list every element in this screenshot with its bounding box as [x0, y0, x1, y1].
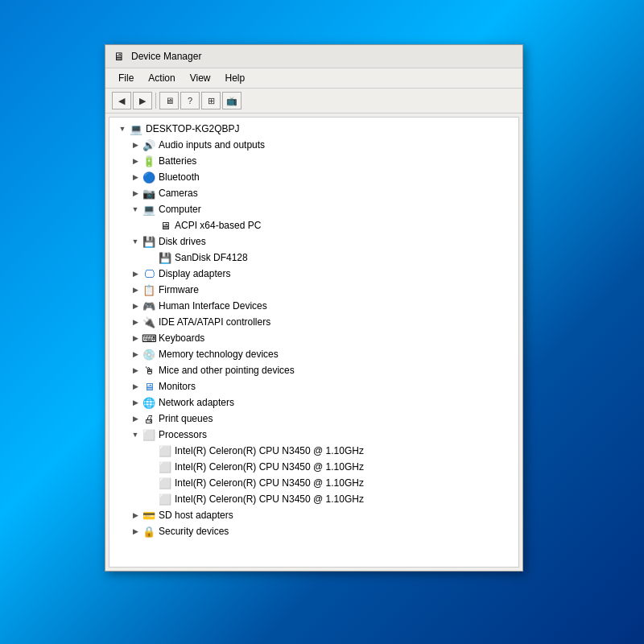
- sandisk-expander: ▶: [145, 251, 158, 264]
- tree-item-cpu-0[interactable]: ▶ ⬜ Intel(R) Celeron(R) CPU N3450 @ 1.10…: [109, 443, 518, 459]
- tree-item-memory[interactable]: ▶ 💿 Memory technology devices: [109, 346, 518, 362]
- mice-expander[interactable]: ▶: [129, 364, 142, 377]
- tree-item-sd[interactable]: ▶ 💳 SD host adapters: [109, 507, 518, 523]
- processors-expander[interactable]: ▼: [129, 428, 142, 441]
- batteries-expander[interactable]: ▶: [129, 155, 142, 167]
- computer-icon: 💻: [142, 203, 156, 216]
- ide-expander[interactable]: ▶: [129, 316, 142, 328]
- tree-item-sandisk[interactable]: ▶ 💾 SanDisk DF4128: [109, 250, 518, 266]
- acpi-expander: ▶: [145, 219, 158, 232]
- memory-expander[interactable]: ▶: [129, 348, 142, 361]
- keyboards-icon: ⌨: [142, 332, 156, 345]
- sd-label: SD host adapters: [159, 510, 233, 521]
- tree-item-cpu-2[interactable]: ▶ ⬜ Intel(R) Celeron(R) CPU N3450 @ 1.10…: [109, 475, 518, 491]
- cpu0-label: Intel(R) Celeron(R) CPU N3450 @ 1.10GHz: [175, 445, 364, 456]
- computer-expander[interactable]: ▼: [129, 203, 142, 216]
- tree-item-mice[interactable]: ▶ 🖱 Mice and other pointing devices: [109, 362, 518, 378]
- tree-item-acpi[interactable]: ▶ 🖥 ACPI x64-based PC: [109, 217, 518, 233]
- acpi-icon: 🖥: [158, 219, 172, 232]
- tree-item-cpu-3[interactable]: ▶ ⬜ Intel(R) Celeron(R) CPU N3450 @ 1.10…: [109, 491, 518, 507]
- keyboards-expander[interactable]: ▶: [129, 332, 142, 345]
- tree-item-display[interactable]: ▶ 🖵 Display adapters: [109, 266, 518, 282]
- tree-item-hid[interactable]: ▶ 🎮 Human Interface Devices: [109, 298, 518, 314]
- cpu2-expander: ▶: [145, 477, 158, 489]
- sandisk-icon: 💾: [158, 251, 172, 264]
- cameras-icon: 📷: [142, 187, 156, 200]
- ide-label: IDE ATA/ATAPI controllers: [159, 316, 270, 328]
- tree-item-monitors[interactable]: ▶ 🖥 Monitors: [109, 378, 518, 394]
- window-title: Device Manager: [131, 51, 201, 62]
- window-icon: 🖥: [114, 50, 125, 63]
- sd-icon: 💳: [142, 509, 156, 522]
- back-button[interactable]: ◀: [112, 92, 131, 109]
- display-expander[interactable]: ▶: [129, 267, 142, 280]
- forward-button[interactable]: ▶: [133, 92, 152, 109]
- disk-expander[interactable]: ▼: [129, 235, 142, 248]
- menu-view[interactable]: View: [184, 70, 217, 86]
- sd-expander[interactable]: ▶: [129, 509, 142, 522]
- hid-icon: 🎮: [142, 299, 156, 312]
- bluetooth-label: Bluetooth: [159, 171, 200, 183]
- network-label: Network adapters: [159, 397, 234, 408]
- root-expander[interactable]: ▼: [116, 122, 129, 135]
- hid-expander[interactable]: ▶: [129, 299, 142, 312]
- audio-label: Audio inputs and outputs: [159, 139, 265, 151]
- tree-item-keyboards[interactable]: ▶ ⌨ Keyboards: [109, 330, 518, 346]
- disk-label: Disk drives: [159, 236, 206, 247]
- help-icon-btn[interactable]: ?: [180, 92, 200, 109]
- root-label: DESKTOP-KG2QBPJ: [146, 123, 239, 134]
- tree-item-computer[interactable]: ▼ 💻 Computer: [109, 201, 518, 217]
- monitors-expander[interactable]: ▶: [129, 380, 142, 393]
- audio-expander[interactable]: ▶: [129, 138, 142, 151]
- grid-icon-btn[interactable]: ⊞: [201, 92, 221, 109]
- firmware-expander[interactable]: ▶: [129, 283, 142, 296]
- tree-item-ide[interactable]: ▶ 🔌 IDE ATA/ATAPI controllers: [109, 314, 518, 330]
- tree-item-batteries[interactable]: ▶ 🔋 Batteries: [109, 153, 518, 169]
- firmware-icon: 📋: [142, 283, 156, 296]
- network-expander[interactable]: ▶: [129, 396, 142, 409]
- tree-item-cpu-1[interactable]: ▶ ⬜ Intel(R) Celeron(R) CPU N3450 @ 1.10…: [109, 459, 518, 475]
- print-expander[interactable]: ▶: [129, 412, 142, 425]
- bluetooth-expander[interactable]: ▶: [129, 171, 142, 184]
- tree-item-processors[interactable]: ▼ ⬜ Processors: [109, 427, 518, 443]
- cpu0-expander: ▶: [145, 444, 158, 457]
- tree-item-print[interactable]: ▶ 🖨 Print queues: [109, 411, 518, 427]
- tree-item-cameras[interactable]: ▶ 📷 Cameras: [109, 185, 518, 201]
- title-bar: 🖥 Device Manager: [105, 45, 522, 68]
- display-label: Display adapters: [159, 268, 230, 279]
- security-label: Security devices: [159, 526, 229, 537]
- tree-item-bluetooth[interactable]: ▶ 🔵 Bluetooth: [109, 169, 518, 185]
- monitors-label: Monitors: [159, 381, 196, 392]
- computer-icon-btn[interactable]: 🖥: [159, 92, 179, 109]
- menu-file[interactable]: File: [112, 70, 140, 86]
- memory-icon: 💿: [142, 348, 156, 361]
- cpu1-icon: ⬜: [158, 460, 172, 473]
- print-label: Print queues: [159, 413, 213, 424]
- cameras-expander[interactable]: ▶: [129, 187, 142, 200]
- processors-label: Processors: [159, 429, 207, 440]
- audio-icon: 🔊: [142, 138, 156, 151]
- disk-icon: 💾: [142, 235, 156, 248]
- mice-icon: 🖱: [142, 364, 156, 377]
- monitors-icon: 🖥: [142, 380, 156, 393]
- tree-item-firmware[interactable]: ▶ 📋 Firmware: [109, 282, 518, 298]
- ide-icon: 🔌: [142, 316, 156, 328]
- keyboards-label: Keyboards: [159, 332, 204, 344]
- cpu0-icon: ⬜: [158, 444, 172, 457]
- tree-item-security[interactable]: ▶ 🔒 Security devices: [109, 523, 518, 539]
- display-icon: 🖵: [142, 267, 156, 280]
- tree-item-disk[interactable]: ▼ 💾 Disk drives: [109, 233, 518, 250]
- menu-action[interactable]: Action: [142, 70, 181, 86]
- menu-help[interactable]: Help: [219, 70, 252, 86]
- print-icon: 🖨: [142, 412, 156, 425]
- cameras-label: Cameras: [159, 188, 198, 199]
- monitor-icon-btn[interactable]: 📺: [222, 92, 242, 109]
- batteries-icon: 🔋: [142, 155, 156, 167]
- tree-item-audio[interactable]: ▶ 🔊 Audio inputs and outputs: [109, 137, 518, 153]
- tree-root[interactable]: ▼ 💻 DESKTOP-KG2QBPJ: [109, 121, 518, 137]
- device-tree[interactable]: ▼ 💻 DESKTOP-KG2QBPJ ▶ 🔊 Audio inputs and…: [109, 117, 519, 568]
- security-expander[interactable]: ▶: [129, 525, 142, 538]
- tree-item-network[interactable]: ▶ 🌐 Network adapters: [109, 394, 518, 411]
- cpu3-label: Intel(R) Celeron(R) CPU N3450 @ 1.10GHz: [175, 493, 364, 505]
- menu-bar: File Action View Help: [105, 68, 522, 89]
